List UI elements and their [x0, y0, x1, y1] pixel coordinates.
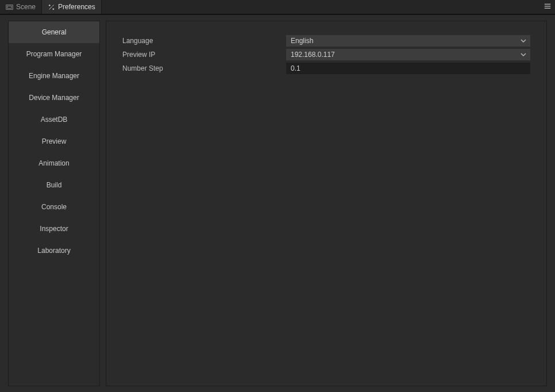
sidebar-item-assetdb[interactable]: AssetDB [9, 109, 99, 130]
sidebar-item-label: General [42, 28, 67, 36]
tab-scene[interactable]: Scene [0, 0, 42, 14]
sidebar-item-label: Animation [38, 159, 69, 167]
chevron-down-icon [520, 37, 527, 44]
number-step-input[interactable] [286, 63, 530, 74]
setting-label-preview-ip: Preview IP [122, 51, 286, 59]
chevron-down-icon [520, 51, 527, 58]
sidebar-item-animation[interactable]: Animation [9, 152, 99, 174]
tab-preferences[interactable]: Preferences [42, 0, 102, 14]
preferences-panel: General Program Manager Engine Manager D… [0, 14, 555, 392]
tab-preferences-label: Preferences [58, 3, 95, 11]
setting-label-language: Language [122, 37, 286, 45]
sidebar-item-label: Build [47, 181, 62, 189]
sidebar-item-laboratory[interactable]: Laboratory [9, 240, 99, 262]
preferences-main: Language English Preview IP 192.168.0.11… [106, 21, 547, 386]
setting-row-preview-ip: Preview IP 192.168.0.117 [122, 48, 530, 62]
tab-scene-label: Scene [16, 3, 36, 11]
scene-icon [6, 3, 13, 11]
sidebar-item-label: Laboratory [37, 247, 70, 255]
sidebar-item-label: Inspector [40, 225, 68, 233]
sidebar-item-label: AssetDB [41, 116, 68, 124]
preview-ip-select[interactable]: 192.168.0.117 [286, 49, 530, 60]
language-select-value: English [291, 37, 313, 45]
svg-rect-3 [545, 6, 551, 6]
setting-row-number-step: Number Step [122, 62, 530, 75]
sidebar-item-engine-manager[interactable]: Engine Manager [9, 65, 99, 87]
menu-icon [544, 2, 552, 12]
preview-ip-select-value: 192.168.0.117 [291, 51, 335, 59]
sidebar-item-label: Engine Manager [29, 72, 79, 80]
sidebar-item-label: Device Manager [29, 94, 79, 102]
svg-rect-2 [545, 4, 551, 5]
sidebar-item-console[interactable]: Console [9, 196, 99, 218]
sidebar-item-label: Preview [42, 137, 67, 145]
sidebar-item-inspector[interactable]: Inspector [9, 218, 99, 240]
tabbar: Scene Preferences [0, 0, 555, 14]
language-select[interactable]: English [286, 35, 530, 47]
svg-rect-1 [7, 6, 11, 8]
sidebar-item-device-manager[interactable]: Device Manager [9, 87, 99, 109]
setting-row-language: Language English [122, 34, 530, 48]
sidebar-item-label: Program Manager [26, 50, 82, 58]
sidebar-item-program-manager[interactable]: Program Manager [9, 43, 99, 65]
sidebar-item-build[interactable]: Build [9, 174, 99, 196]
sidebar-item-label: Console [41, 203, 67, 211]
sidebar-item-general[interactable]: General [9, 21, 99, 43]
preferences-sidebar: General Program Manager Engine Manager D… [8, 21, 100, 386]
svg-rect-4 [545, 8, 551, 9]
panel-menu-button[interactable] [540, 0, 555, 14]
sidebar-item-preview[interactable]: Preview [9, 130, 99, 152]
tools-icon [48, 3, 55, 11]
setting-label-number-step: Number Step [122, 64, 286, 72]
